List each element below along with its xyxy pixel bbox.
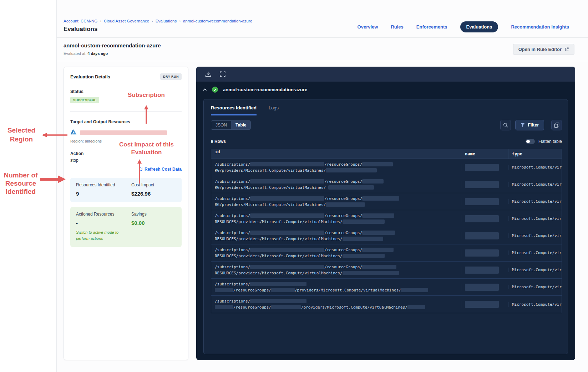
refresh-cost-data-link[interactable]: Refresh Cost Data <box>138 167 182 172</box>
id-line: /subscriptions//resourceGroups/ <box>215 247 457 253</box>
type-cell: Microsoft.Compute/virtu <box>508 233 562 238</box>
id-text: /providers/Microsoft.Compute/virtualMach… <box>301 305 407 310</box>
id-text: RESOURCES/providers/Microsoft.Compute/vi… <box>215 254 343 258</box>
annotation-number-line2: Resource <box>1 179 41 187</box>
open-rule-editor-button[interactable]: Open in Rule Editor <box>513 44 574 55</box>
breadcrumb-evaluations[interactable]: Evaluations <box>156 19 177 23</box>
rows-count: 9 Rows <box>211 139 226 144</box>
id-text: /subscriptions/ <box>215 162 250 167</box>
annotation-subscription: Subscription <box>118 92 175 99</box>
type-cell: Microsoft.Compute/virtu <box>508 165 562 170</box>
type-value: Microsoft.Compute/virtu <box>508 216 562 221</box>
id-line: /subscriptions/ <box>215 281 457 287</box>
id-line: /subscriptions/ <box>215 298 457 304</box>
actioned-savings-box: Actioned Resources - Savings $0.00 Switc… <box>70 207 182 247</box>
nav-tab-recommendation-insights[interactable]: Recommendation Insights <box>511 24 569 30</box>
savings-value: $0.00 <box>131 220 147 226</box>
copy-button[interactable] <box>551 120 562 130</box>
type-cell: Microsoft.Compute/virtu <box>508 268 562 272</box>
column-header-id[interactable]: id <box>211 149 461 159</box>
type-value: Microsoft.Compute/virtu <box>508 285 562 289</box>
tab-resources-identified[interactable]: Resources Identified <box>211 105 257 115</box>
table-row[interactable]: /subscriptions//resourceGroups//provider… <box>211 296 562 313</box>
actioned-resources-label: Actioned Resources <box>76 212 131 217</box>
breadcrumb: Account: CCM-NG›Cloud Asset Governance›E… <box>64 19 252 23</box>
flatten-table-label: Flatten table <box>538 139 562 144</box>
nav-tab-rules[interactable]: Rules <box>391 24 403 30</box>
redacted-value <box>250 196 324 201</box>
table-row[interactable]: /subscriptions//resourceGroups/RESOURCES… <box>211 210 562 227</box>
redacted-value <box>362 162 393 166</box>
type-cell: Microsoft.Compute/virtu <box>508 216 562 221</box>
id-cell: /subscriptions//resourceGroups//provider… <box>211 298 461 310</box>
resources-tabs: Resources Identified Logs <box>211 105 562 115</box>
id-line: /subscriptions//resourceGroups/ <box>215 196 457 202</box>
type-value: Microsoft.Compute/virtu <box>508 233 562 238</box>
table-row[interactable]: /subscriptions//resourceGroups/RESOURCES… <box>211 227 562 244</box>
table-row[interactable]: /subscriptions//resourceGroups/RG/provid… <box>211 159 562 176</box>
column-header-type[interactable]: type <box>508 149 562 159</box>
breadcrumb-governance[interactable]: Cloud Asset Governance <box>104 19 149 23</box>
results-toolbar <box>196 67 575 82</box>
annotation-cost-impact-line2: Evaluation <box>110 149 183 156</box>
view-json-option[interactable]: JSON <box>211 121 231 129</box>
redacted-value <box>328 185 374 190</box>
id-cell: /subscriptions//resourceGroups/RESOURCES… <box>211 213 461 225</box>
annotation-number-line1: Number of <box>1 171 41 179</box>
collapse-chevron-icon[interactable] <box>203 88 207 91</box>
nav-tab-evaluations[interactable]: Evaluations <box>460 21 498 32</box>
id-text: RESOURCES/providers/Microsoft.Compute/vi… <box>215 237 343 241</box>
redacted-value <box>343 271 399 275</box>
column-header-name[interactable]: name <box>461 149 508 159</box>
page: Account: CCM-NG›Cloud Asset Governance›E… <box>0 0 588 372</box>
page-title: Evaluations <box>64 26 97 33</box>
table-row[interactable]: /subscriptions//resourceGroups/RG/provid… <box>211 176 562 193</box>
resources-identified-value: 9 <box>76 191 131 197</box>
cost-impact-value: $226.96 <box>131 191 154 197</box>
id-text: RG/providers/Microsoft.Compute/virtualMa… <box>215 202 326 207</box>
breadcrumb-account[interactable]: Account: CCM-NG <box>64 19 97 23</box>
redacted-value <box>271 288 295 292</box>
annotation-arrow-up-subscription <box>143 105 149 124</box>
fullscreen-icon[interactable] <box>220 71 225 77</box>
id-text: /resourceGroups/ <box>324 196 362 201</box>
type-value: Microsoft.Compute/virtu <box>508 302 562 307</box>
table-row[interactable]: /subscriptions//resourceGroups/RESOURCES… <box>211 244 562 262</box>
tab-logs[interactable]: Logs <box>269 105 279 115</box>
nav-tabs: Overview Rules Enforcements Evaluations … <box>358 21 569 32</box>
id-line: RG/providers/Microsoft.Compute/virtualMa… <box>215 185 457 191</box>
action-value: stop <box>70 158 182 163</box>
evaluated-at-value: 4 days ago <box>87 51 108 56</box>
id-cell: /subscriptions//resourceGroups/RG/provid… <box>211 161 461 174</box>
annotation-selected-region: Selected Region <box>2 126 41 144</box>
table-row[interactable]: /subscriptions//resourceGroups//provider… <box>211 279 562 296</box>
redacted-value <box>215 305 233 309</box>
annotation-cost-impact: Cost Impact of this Evaluation <box>110 141 183 156</box>
id-text: /resourceGroups/ <box>324 231 362 235</box>
switch-mode-note-line2: perform actions <box>76 236 176 242</box>
id-text: /subscriptions/ <box>215 265 250 269</box>
table-row[interactable]: /subscriptions//resourceGroups/RG/provid… <box>211 193 562 210</box>
table-row[interactable]: /subscriptions//resourceGroups/RESOURCES… <box>211 262 562 279</box>
resources-cost-box: Resources Identified 9 Cost Impact $226.… <box>70 178 182 202</box>
results-panel: anmol-custom-recommendation-azure Resour… <box>196 67 575 360</box>
type-value: Microsoft.Compute/virtu <box>508 165 562 170</box>
download-icon[interactable] <box>205 71 211 77</box>
id-text: /subscriptions/ <box>215 196 250 201</box>
subscription-redacted-bar <box>80 130 167 135</box>
id-line: /subscriptions//resourceGroups/ <box>215 179 457 185</box>
nav-tab-overview[interactable]: Overview <box>358 24 378 30</box>
table-header-row: id name type <box>211 149 562 159</box>
filter-button[interactable]: Filter <box>515 120 544 130</box>
flatten-table-toggle[interactable] <box>526 139 535 144</box>
view-table-option[interactable]: Table <box>231 121 250 129</box>
search-button[interactable] <box>500 120 511 130</box>
name-cell <box>461 232 508 239</box>
id-text: /resourceGroups/ <box>233 305 271 310</box>
breadcrumb-separator: › <box>100 19 101 23</box>
savings-label: Savings <box>131 212 147 217</box>
filter-funnel-icon <box>521 123 525 127</box>
nav-tab-enforcements[interactable]: Enforcements <box>416 24 447 30</box>
id-text: /resourceGroups/ <box>233 288 271 293</box>
id-line: RESOURCES/providers/Microsoft.Compute/vi… <box>215 253 457 259</box>
